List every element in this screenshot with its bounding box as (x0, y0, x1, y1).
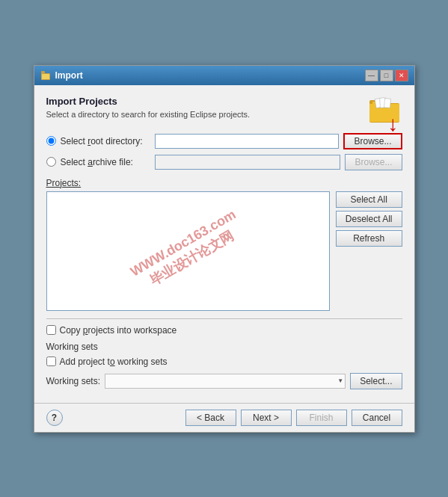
copy-projects-label: Copy projects into workspace (60, 325, 177, 336)
maximize-button[interactable]: □ (380, 70, 393, 81)
window-icon (40, 70, 51, 81)
select-all-button[interactable]: Select All (336, 191, 402, 208)
add-to-working-sets-checkbox[interactable] (46, 356, 56, 366)
header-section: Import Projects Select a directory to se… (46, 96, 402, 124)
back-button[interactable]: < Back (185, 410, 236, 426)
import-dialog: Import — □ ✕ Import Projects Select a di… (34, 65, 415, 433)
working-sets-section-title: Working sets (46, 342, 402, 352)
footer-right: < Back Next > Finish Cancel (185, 410, 402, 426)
deselect-all-button[interactable]: Deselect All (336, 211, 402, 227)
next-button[interactable]: Next > (241, 410, 292, 426)
footer-left: ? (46, 410, 63, 426)
projects-label: Projects: (46, 178, 402, 188)
archive-file-input[interactable] (155, 155, 341, 170)
copy-projects-checkbox[interactable] (46, 325, 56, 335)
browse-archive-button[interactable]: Browse... (345, 154, 402, 170)
watermark: WWW.doc163.com毕业设计论文网 (128, 206, 248, 294)
select-working-set-button[interactable]: Select... (350, 373, 402, 389)
page-description: Select a directory to search for existin… (46, 110, 251, 119)
radio-section: Select root directory: ↓ Browse... Selec… (46, 133, 402, 170)
copy-projects-row: Copy projects into workspace (46, 325, 402, 336)
projects-list[interactable]: WWW.doc163.com毕业设计论文网 (46, 191, 330, 311)
working-sets-dropdown-wrapper: ▼ (105, 374, 346, 389)
svg-rect-1 (41, 71, 45, 74)
root-directory-row: Select root directory: ↓ Browse... (46, 133, 402, 149)
root-directory-label: Select root directory: (61, 136, 150, 146)
add-to-working-sets-label: Add project to working sets (60, 356, 168, 367)
folder-svg (368, 96, 402, 124)
root-directory-radio[interactable] (46, 136, 56, 146)
projects-area: WWW.doc163.com毕业设计论文网 Select All Deselec… (46, 191, 402, 311)
finish-button[interactable]: Finish (296, 410, 347, 426)
archive-file-radio[interactable] (46, 157, 56, 167)
minimize-button[interactable]: — (365, 70, 378, 81)
help-button[interactable]: ? (46, 410, 63, 426)
window-title: Import (55, 70, 83, 81)
projects-buttons: Select All Deselect All Refresh (336, 191, 402, 311)
dialog-content: Import Projects Select a directory to se… (34, 85, 414, 403)
header-text: Import Projects Select a directory to se… (46, 96, 251, 119)
close-button[interactable]: ✕ (395, 70, 408, 81)
title-controls: — □ ✕ (365, 70, 408, 81)
add-to-working-sets-row: Add project to working sets (46, 356, 402, 367)
svg-rect-2 (42, 74, 49, 79)
title-bar: Import — □ ✕ (34, 66, 414, 85)
title-bar-left: Import (40, 70, 83, 81)
working-sets-dropdown[interactable] (105, 374, 346, 389)
divider-1 (46, 318, 402, 319)
browse-root-button[interactable]: Browse... (343, 133, 402, 149)
dialog-footer: ? < Back Next > Finish Cancel (34, 403, 414, 432)
arrow-indicator: ↓ Browse... (343, 133, 402, 149)
refresh-button[interactable]: Refresh (336, 230, 402, 247)
svg-rect-9 (384, 98, 390, 108)
working-sets-row: Working sets: ▼ Select... (46, 373, 402, 389)
archive-file-label: Select archive file: (61, 157, 150, 167)
page-title: Import Projects (46, 96, 251, 107)
cancel-button[interactable]: Cancel (352, 410, 402, 426)
folder-icon (368, 96, 402, 124)
archive-file-row: Select archive file: Browse... (46, 154, 402, 170)
root-directory-input[interactable] (155, 134, 340, 149)
working-sets-label: Working sets: (46, 376, 100, 386)
